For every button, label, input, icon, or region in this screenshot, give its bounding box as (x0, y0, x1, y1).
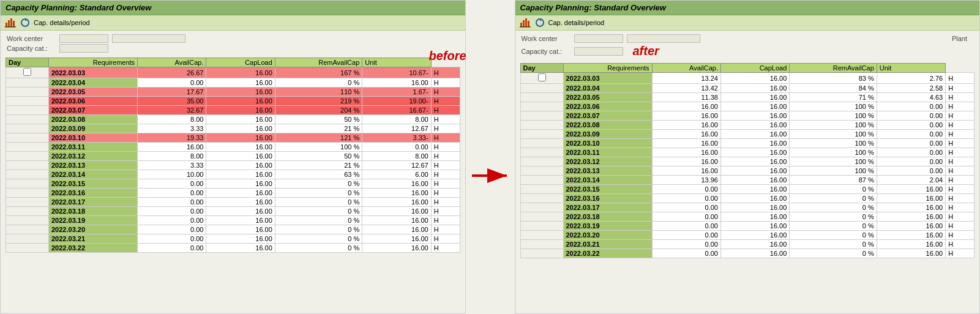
capacity-cat-label: Capacity cat.: (7, 45, 56, 52)
right-col-header-availcap: AvailCap. (652, 64, 720, 73)
chart-icon[interactable] (4, 17, 17, 28)
cell-day: 2022.03.20 (563, 231, 652, 240)
refresh-icon[interactable] (19, 17, 31, 28)
left-title-text: Capacity Planning: Standard Overview (6, 3, 151, 12)
cell-requirements: 0.00 (138, 207, 206, 216)
table-row: 2022.03.040.0016.000 %16.00H (6, 78, 460, 88)
cell-capload: 71 % (790, 93, 877, 102)
right-work-center-value2 (627, 34, 700, 43)
cell-day: 2022.03.18 (563, 212, 652, 222)
cell-requirements: 13.24 (652, 73, 720, 84)
cell-availcap: 16.00 (720, 148, 789, 157)
table-row: 2022.03.0716.0016.00100 %0.00H (520, 111, 974, 121)
col-header-requirements: Requirements (49, 58, 138, 67)
cell-remavailcap: 0.00 (877, 111, 945, 121)
cell-unit: H (431, 106, 460, 115)
cell-day: 2022.03.14 (49, 170, 138, 179)
right-title-text: Capacity Planning: Standard Overview (520, 3, 666, 12)
cell-unit: H (431, 88, 460, 97)
table-row: 2022.03.1410.0016.0063 %6.00H (6, 170, 460, 179)
cell-day: 2022.03.05 (563, 93, 652, 102)
right-col-header-requirements: Requirements (563, 64, 652, 73)
cell-day: 2022.03.19 (49, 216, 138, 225)
cell-day: 2022.03.16 (563, 194, 652, 203)
cell-capload: 0 % (275, 234, 362, 244)
cell-remavailcap: 16.00 (877, 194, 945, 203)
table-row: 2022.03.0511.3816.0071 %4.63H (520, 93, 974, 102)
cell-remavailcap: 0.00 (877, 121, 945, 130)
table-row: 2022.03.1116.0016.00100 %0.00H (520, 148, 974, 157)
table-row: 2022.03.1016.0016.00100 %0.00H (520, 139, 974, 148)
col-header-availcap: AvailCap. (138, 58, 206, 67)
cell-unit: H (431, 170, 460, 179)
svg-rect-10 (525, 18, 527, 27)
cell-day: 2022.03.16 (49, 189, 138, 198)
cell-capload: 0 % (275, 216, 362, 225)
cell-capload: 87 % (790, 176, 877, 185)
cell-unit: H (431, 78, 460, 88)
cell-requirements: 16.00 (652, 157, 720, 166)
cell-day: 2022.03.15 (563, 185, 652, 194)
work-center-row: Work center (7, 34, 459, 43)
cell-capload: 83 % (790, 73, 877, 84)
row-checkbox[interactable] (538, 73, 546, 81)
table-row: 2022.03.1116.0016.00100 %0.00H (6, 143, 460, 152)
cell-remavailcap: 16.00 (362, 198, 431, 207)
cell-capload: 100 % (790, 111, 877, 121)
cell-unit: H (946, 73, 974, 84)
table-row: 2022.03.0517.6716.00110 %1.67-H (6, 88, 460, 97)
cell-capload: 63 % (275, 170, 362, 179)
col-header-remavailcap: RemAvailCap (275, 58, 362, 67)
cell-unit: H (946, 166, 974, 176)
right-cap-details-label[interactable]: Cap. details/period (548, 19, 605, 26)
right-chart-icon[interactable] (519, 17, 531, 28)
cell-unit: H (431, 152, 460, 161)
cell-unit: H (946, 222, 974, 231)
cell-remavailcap: 4.63 (877, 93, 945, 102)
cell-requirements: 16.00 (138, 143, 206, 152)
cell-availcap: 16.00 (720, 203, 789, 212)
cell-unit: H (946, 185, 974, 194)
left-form: Work center Capacity cat.: (1, 31, 465, 55)
table-row: 2022.03.200.0016.000 %16.00H (520, 231, 974, 240)
cell-day: 2022.03.13 (563, 166, 652, 176)
left-cap-details-label[interactable]: Cap. details/period (34, 19, 90, 26)
table-row: 2022.03.1019.3316.00121 %3.33-H (6, 133, 460, 143)
cell-requirements: 32.67 (138, 106, 206, 115)
cell-requirements: 3.33 (138, 161, 206, 170)
table-row: 2022.03.128.0016.0050 %8.00H (6, 152, 460, 161)
table-row: 2022.03.1413.9616.0087 %2.04H (520, 176, 974, 185)
cell-availcap: 16.00 (720, 73, 789, 84)
cell-day: 2022.03.04 (49, 78, 138, 88)
svg-rect-3 (13, 21, 15, 27)
cell-unit: H (431, 225, 460, 234)
cell-day: 2022.03.08 (49, 115, 138, 124)
table-row: 2022.03.0732.6716.00204 %16.67-H (6, 106, 460, 115)
cell-capload: 0 % (275, 198, 362, 207)
table-row: 2022.03.210.0016.000 %16.00H (6, 234, 460, 244)
cell-unit: H (431, 234, 460, 244)
right-refresh-icon[interactable] (534, 17, 546, 28)
cell-requirements: 16.00 (652, 139, 720, 148)
cell-availcap: 16.00 (206, 207, 275, 216)
cell-day: 2022.03.19 (563, 222, 652, 231)
table-row: 2022.03.0313.2416.0083 %2.76H (520, 73, 974, 84)
cell-availcap: 16.00 (206, 67, 275, 78)
capacity-cat-value (59, 44, 108, 53)
cell-availcap: 16.00 (720, 93, 789, 102)
cell-requirements: 8.00 (138, 115, 206, 124)
cell-requirements: 16.00 (652, 102, 720, 111)
cell-capload: 110 % (275, 88, 362, 97)
cell-day: 2022.03.20 (49, 225, 138, 234)
row-checkbox[interactable] (23, 68, 31, 76)
cell-capload: 0 % (275, 207, 362, 216)
cell-remavailcap: 16.00 (362, 234, 431, 244)
table-row: 2022.03.0635.0016.00219 %19.00-H (6, 97, 460, 106)
table-row: 2022.03.0916.0016.00100 %0.00H (520, 130, 974, 139)
cell-requirements: 0.00 (138, 78, 206, 88)
cell-day: 2022.03.17 (563, 203, 652, 212)
cell-availcap: 16.00 (720, 84, 789, 93)
cell-day: 2022.03.11 (49, 143, 138, 152)
cell-remavailcap: 16.00 (362, 78, 431, 88)
cell-unit: H (431, 198, 460, 207)
